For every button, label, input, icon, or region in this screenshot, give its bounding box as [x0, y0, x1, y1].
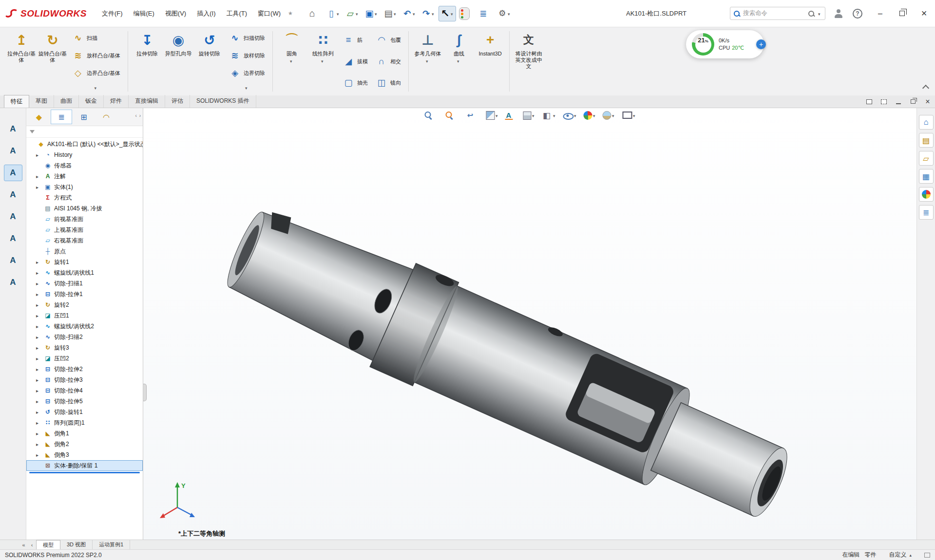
panel-splitter-handle[interactable] — [143, 384, 147, 401]
expand-arrow-icon[interactable] — [36, 151, 41, 158]
left-tool-button[interactable]: A — [4, 230, 22, 247]
quick-access-button[interactable]: ⌂ — [305, 6, 323, 21]
tree-item[interactable]: ∷ 阵列(圆周)1 — [26, 417, 143, 428]
menu-item[interactable]: 文件(F) — [96, 6, 128, 21]
doc-window-button[interactable] — [895, 95, 902, 108]
left-tool-button[interactable]: A — [4, 252, 22, 269]
restore-button[interactable] — [891, 0, 913, 27]
hud-button[interactable] — [444, 110, 459, 121]
doc-window-button[interactable] — [866, 95, 873, 108]
expand-arrow-icon[interactable] — [36, 334, 41, 340]
menu-item[interactable]: 工具(T) — [221, 6, 252, 21]
tree-filter[interactable] — [26, 126, 143, 138]
tree-item[interactable]: ⊠ 实体-删除/保留 1 — [26, 460, 143, 471]
quick-access-button[interactable]: ▣ — [363, 6, 380, 21]
task-pane-button[interactable] — [919, 187, 934, 202]
tree-item[interactable]: ⊟ 切除-拉伸5 — [26, 396, 143, 407]
tree-item[interactable]: ↺ 切除-旋转1 — [26, 407, 143, 417]
expand-arrow-icon[interactable] — [36, 376, 41, 383]
quick-access-button[interactable]: ↶ — [401, 6, 418, 21]
tree-item[interactable]: ∿ 切除-扫描2 — [26, 332, 143, 342]
quick-access-button[interactable]: ≣ — [477, 6, 494, 21]
hud-button[interactable]: ◧ — [541, 110, 557, 121]
minimize-button[interactable]: – — [869, 0, 891, 27]
command-tab[interactable]: 曲面 — [54, 95, 79, 108]
fillet-button[interactable]: ⌒圆角 — [276, 28, 307, 94]
hud-button[interactable] — [523, 112, 536, 120]
boundary-boss-button[interactable]: ◇边界凸台/基体 — [70, 67, 122, 79]
search-dropdown-caret-icon[interactable] — [818, 10, 822, 17]
left-tool-button[interactable]: A — [4, 121, 22, 137]
dropdown-caret-icon[interactable] — [508, 10, 512, 17]
dropdown-caret-icon[interactable] — [95, 84, 98, 91]
hud-button[interactable] — [602, 111, 616, 120]
menu-pin-icon[interactable]: ★ — [288, 10, 293, 17]
tree-item[interactable]: ◆ AK101-枪口 (默认) <<默认>_显示状态 — [26, 139, 143, 149]
tree-item[interactable]: ▣ 实体(1) — [26, 182, 143, 192]
hud-button[interactable] — [486, 111, 499, 120]
widget-add-button[interactable]: + — [756, 39, 766, 49]
tabs-scroll-prev-icon[interactable]: ‹ — [28, 542, 36, 548]
close-button[interactable]: × — [913, 0, 935, 27]
featuremanager-tab[interactable]: ◆ — [28, 110, 50, 124]
dropdown-caret-icon[interactable] — [245, 84, 249, 91]
tree-item[interactable]: ┼ 原点 — [26, 246, 143, 257]
model-tab[interactable]: 3D 视图 — [60, 540, 93, 549]
tree-item[interactable]: ∿ 螺旋线/涡状线2 — [26, 321, 143, 332]
left-tool-button[interactable]: A — [4, 208, 22, 225]
command-tab[interactable]: 直接编辑 — [129, 95, 165, 108]
boss-extrude-button[interactable]: ↥拉伸凸台/基体 — [6, 28, 37, 94]
expand-arrow-icon[interactable] — [36, 312, 41, 319]
left-tool-button[interactable]: A — [4, 143, 22, 159]
dropdown-caret-icon[interactable] — [426, 57, 430, 64]
expand-arrow-icon[interactable] — [36, 387, 41, 394]
sweep-button[interactable]: ∿扫描 — [70, 32, 122, 44]
instant3d-button[interactable]: +Instant3D — [475, 28, 506, 94]
rib-button[interactable]: ≡筋 — [341, 34, 370, 46]
quick-access-button[interactable]: ⚙ — [496, 6, 513, 20]
expand-arrow-icon[interactable] — [36, 301, 41, 308]
command-tab[interactable]: SOLIDWORKS 插件 — [190, 95, 256, 108]
dropdown-caret-icon[interactable] — [337, 10, 341, 17]
hud-button[interactable] — [423, 110, 439, 121]
mirror-button[interactable]: ◫镜向 — [374, 76, 403, 89]
quick-access-button[interactable]: ▱ — [343, 6, 361, 21]
cut-extrude-button[interactable]: ↧拉伸切除 — [132, 28, 163, 94]
loft-button[interactable]: ≋放样凸台/基体 — [70, 49, 122, 62]
dropdown-caret-icon[interactable] — [451, 10, 455, 17]
intersect-button[interactable]: ∩相交 — [374, 55, 403, 68]
dropdown-caret-icon[interactable] — [321, 57, 325, 64]
draft-button[interactable]: ◢拔模 — [341, 55, 370, 68]
tree-item[interactable]: ⊟ 切除-拉伸1 — [26, 289, 143, 299]
task-pane-button[interactable]: ▤ — [919, 133, 934, 148]
tree-item[interactable]: ↻ 旋转1 — [26, 257, 143, 267]
sign-in-icon[interactable] — [833, 8, 844, 19]
propertymanager-tab[interactable]: ≣ — [51, 110, 72, 124]
quick-access-button[interactable]: ▯ — [324, 6, 342, 21]
command-tab[interactable]: 焊件 — [104, 95, 129, 108]
dropdown-caret-icon[interactable] — [532, 112, 536, 119]
expand-arrow-icon[interactable] — [36, 409, 41, 415]
hud-button[interactable] — [562, 110, 578, 121]
dropdown-caret-icon[interactable] — [375, 10, 379, 17]
linear-pattern-button[interactable]: ∷线性阵列 — [307, 28, 339, 94]
command-tab[interactable]: 特征 — [4, 95, 29, 108]
dropdown-caret-icon[interactable] — [457, 57, 461, 64]
menu-item[interactable]: 插入(I) — [191, 6, 221, 21]
expand-arrow-icon[interactable] — [36, 259, 41, 265]
expand-arrow-icon[interactable] — [36, 173, 41, 180]
tree-item[interactable]: ⊟ 切除-拉伸2 — [26, 364, 143, 374]
expand-arrow-icon[interactable] — [36, 451, 41, 458]
ribbon-collapse-icon[interactable] — [922, 85, 929, 92]
status-corner-icon[interactable] — [924, 553, 930, 558]
dropdown-caret-icon[interactable] — [432, 10, 436, 17]
doc-window-button[interactable] — [910, 95, 916, 108]
quick-access-button[interactable]: ▤ — [382, 6, 399, 21]
tree-item[interactable]: ∿ 螺旋线/涡状线1 — [26, 267, 143, 278]
command-search[interactable]: 搜索命令 — [730, 7, 825, 20]
left-tool-button[interactable]: A — [4, 187, 22, 203]
revolve-boss-button[interactable]: ↻旋转凸台/基体 — [37, 28, 68, 94]
task-pane-button[interactable]: ⌂ — [919, 115, 934, 130]
task-pane-button[interactable]: ▦ — [919, 169, 934, 184]
dropdown-caret-icon[interactable] — [633, 112, 637, 119]
